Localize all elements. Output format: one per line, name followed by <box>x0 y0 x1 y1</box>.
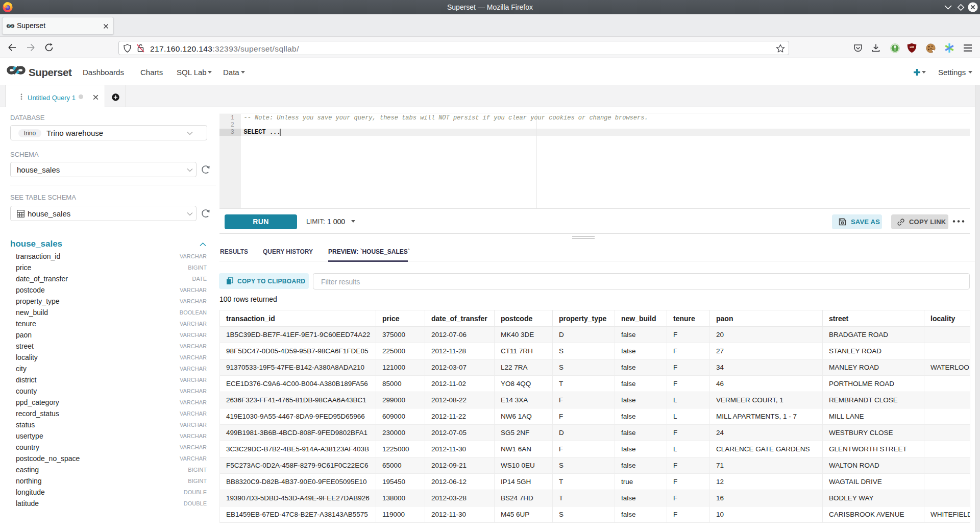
svg-text:uO: uO <box>910 45 914 49</box>
